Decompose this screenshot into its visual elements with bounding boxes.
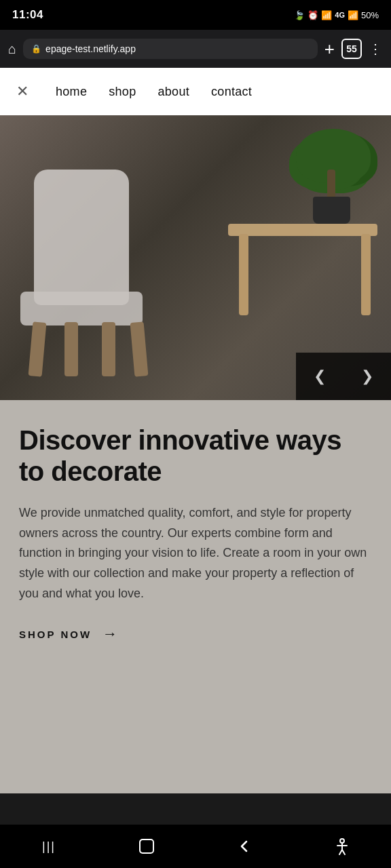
signal2-icon: 📶 <box>348 10 358 20</box>
close-button[interactable]: ✕ <box>16 83 29 100</box>
status-time: 11:04 <box>12 8 43 22</box>
shop-now-link[interactable]: SHOP NOW → <box>19 625 372 643</box>
table-leg-2 <box>239 234 248 315</box>
chair-leg-1 <box>29 321 47 376</box>
browser-home-button[interactable]: ⌂ <box>8 41 16 57</box>
leaf-icon: 🍃 <box>294 10 305 20</box>
signal-icon: 📶 <box>321 10 332 20</box>
prev-slide-button[interactable]: ❮ <box>296 353 343 400</box>
alarm-icon: ⏰ <box>308 10 318 20</box>
nav-bar: ✕ home shop about contact <box>0 68 391 115</box>
chair-seat <box>20 292 143 326</box>
bonsai-pot <box>313 197 350 224</box>
back-button[interactable] <box>229 831 259 861</box>
svg-rect-0 <box>140 840 153 853</box>
status-icons: 🍃 ⏰ 📶 4G 📶 50% <box>294 10 379 20</box>
accessibility-button[interactable] <box>327 831 357 861</box>
browser-bar: ⌂ 🔒 epage-test.netlify.app + 55 ⋮ <box>0 30 391 68</box>
nav-links: home shop about contact <box>56 85 252 99</box>
accessibility-icon <box>333 837 351 855</box>
chair-back <box>34 170 129 305</box>
svg-line-4 <box>339 850 342 854</box>
content-section: Discover innovative ways to decorate We … <box>0 400 391 793</box>
browser-menu-button[interactable]: ⋮ <box>369 41 383 57</box>
back-icon <box>237 839 252 854</box>
hero-section: ❮ ❯ <box>0 115 391 400</box>
nav-link-shop[interactable]: shop <box>109 85 136 99</box>
network-icon: 4G <box>335 11 345 19</box>
shop-now-label: SHOP NOW <box>19 629 92 640</box>
new-tab-button[interactable]: + <box>324 40 335 58</box>
browser-url-bar[interactable]: 🔒 epage-test.netlify.app <box>23 39 318 59</box>
chair-leg-3 <box>102 322 115 376</box>
status-bar: 11:04 🍃 ⏰ 📶 4G 📶 50% <box>0 0 391 30</box>
chair-illustration <box>14 170 163 373</box>
home-icon <box>137 837 156 856</box>
menu-button[interactable]: ||| <box>34 831 64 861</box>
nav-link-about[interactable]: about <box>157 85 189 99</box>
nav-link-home[interactable]: home <box>56 85 87 99</box>
lock-icon: 🔒 <box>31 44 41 54</box>
table-leg-1 <box>361 234 371 315</box>
browser-url-text: epage-test.netlify.app <box>45 43 310 54</box>
shop-now-arrow-icon: → <box>103 625 117 643</box>
bottom-nav-bar: ||| <box>0 825 391 868</box>
tab-count-button[interactable]: 55 <box>341 39 362 59</box>
chair-leg-2 <box>64 322 78 376</box>
hero-navigation: ❮ ❯ <box>296 353 391 400</box>
home-button[interactable] <box>132 831 162 861</box>
battery-label: 50% <box>361 10 379 20</box>
svg-line-5 <box>342 850 345 854</box>
table-top <box>228 224 377 236</box>
content-body: We provide unmatched quality, comfort, a… <box>19 503 372 604</box>
content-heading: Discover innovative ways to decorate <box>19 425 372 487</box>
chair-leg-4 <box>130 321 149 376</box>
next-slide-button[interactable]: ❯ <box>343 353 391 400</box>
nav-link-contact[interactable]: contact <box>211 85 252 99</box>
